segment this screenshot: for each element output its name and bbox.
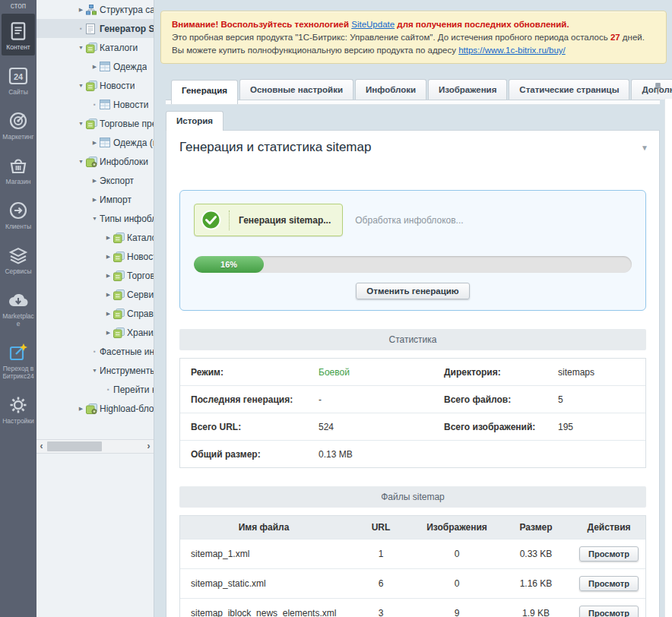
tree-item[interactable]: ▪Генератор Sitemap — [36, 19, 154, 38]
tree-item[interactable]: ▶Структура сайта — [36, 0, 154, 19]
tree-item-label: Структура сайта — [100, 5, 154, 15]
file-value: 1.16 KB — [499, 578, 572, 589]
collapse-arrow-icon[interactable]: ▼ — [641, 144, 648, 152]
tree-item[interactable]: ▶Справочники — [36, 304, 154, 323]
tree-expand-icon[interactable]: ▶ — [103, 235, 113, 241]
tree-item[interactable]: ▼Каталоги — [36, 38, 154, 57]
tree-collapse-icon[interactable]: ▼ — [76, 159, 86, 164]
sidebar-item-7[interactable]: Переход в Битрикс24 — [2, 335, 35, 384]
tree-expand-icon[interactable]: ▶ — [76, 7, 86, 13]
tree-item[interactable]: ▼Типы инфоблоков — [36, 209, 154, 228]
sidebar-item-2[interactable]: Маркетинг — [2, 103, 35, 145]
chevron-left-icon[interactable]: ‹ — [36, 441, 46, 452]
tab-6[interactable]: Дополнительно — [631, 79, 672, 100]
tree-item[interactable]: ▶Импорт — [36, 190, 154, 209]
generation-progress-box: Генерация sitemap... Обработка инфоблоко… — [179, 190, 646, 311]
tab-4[interactable]: Изображения — [428, 79, 507, 100]
tree-expand-icon[interactable]: ▶ — [90, 197, 100, 203]
tab-2[interactable]: Основные настройки — [239, 79, 353, 100]
buy-link[interactable]: https://www.1c-bitrix.ru/buy/ — [458, 46, 566, 55]
tree-item-label: Одежда — [113, 62, 147, 72]
tree-collapse-icon[interactable]: ▼ — [76, 121, 86, 126]
sidebar-item-label: Сайты — [2, 88, 35, 96]
tree-item-label: Типы инфоблоков — [100, 214, 154, 224]
tree-collapse-icon[interactable]: ▼ — [76, 83, 86, 88]
tree-leaf-bullet: ▪ — [103, 386, 113, 393]
tree-item[interactable]: ▶Экспорт — [36, 171, 154, 190]
tree-horizontal-scrollbar[interactable]: ‹ › — [36, 439, 154, 454]
statistics-row: Режим:БоевойДиректория:sitemaps — [180, 359, 645, 385]
tree-item[interactable]: ▼Инфоблоки — [36, 152, 154, 171]
tree-item[interactable]: ▶Сервисы — [36, 285, 154, 304]
cancel-generation-button[interactable]: Отменить генерацию — [356, 283, 469, 299]
tree-item[interactable]: ▼Инструменты — [36, 361, 154, 380]
tree-collapse-icon[interactable]: ▼ — [90, 216, 100, 221]
progress-status-text: Обработка инфоблоков... — [355, 215, 463, 226]
tree-item[interactable]: ▶Каталоги — [36, 228, 154, 247]
bitrix24-icon — [2, 341, 35, 362]
subtab-1[interactable]: История — [166, 111, 223, 131]
stop-button[interactable]: стоп — [0, 0, 36, 14]
tree-item[interactable]: ▼Новости — [36, 76, 154, 95]
tree-expand-icon[interactable]: ▶ — [76, 406, 86, 412]
tree-item-label: Импорт — [100, 195, 132, 205]
sidebar-item-8[interactable]: Настройки — [2, 388, 35, 429]
tree-item-label: Сервисы — [127, 290, 154, 300]
progress-bar: 16% — [194, 256, 632, 273]
sidebar-item-1[interactable]: 24Сайты — [2, 59, 35, 100]
tree-item[interactable]: ▪Новости — [36, 95, 154, 114]
pin-icon[interactable] — [655, 82, 661, 97]
iblock-icon — [113, 252, 127, 262]
view-file-button[interactable]: Просмотр — [579, 546, 639, 562]
tab-3[interactable]: Инфоблоки — [355, 79, 426, 100]
file-row: sitemap_static.xml601.16 KBПросмотр — [180, 568, 645, 598]
icon-sidebar: стоп Контент24СайтыМаркетингМагазинКлиен… — [0, 0, 36, 617]
chevron-right-icon[interactable]: › — [144, 441, 154, 452]
tree-expand-icon[interactable]: ▶ — [90, 140, 100, 146]
sidebar-item-0[interactable]: Контент — [2, 14, 35, 55]
tree-item[interactable]: ▪Перейти к инфоблоку / — [36, 380, 154, 399]
sidebar-item-6[interactable]: Marketplace — [2, 283, 35, 332]
tree-expand-icon[interactable]: ▶ — [90, 178, 100, 184]
stat-value: 195 — [558, 422, 645, 432]
tab-1[interactable]: Генерация — [171, 80, 238, 104]
tree-item[interactable]: ▶Торговые предложения — [36, 266, 154, 285]
clients-icon — [2, 199, 35, 220]
tree-collapse-icon[interactable]: ▼ — [76, 45, 86, 50]
tree-expand-icon[interactable]: ▶ — [90, 64, 100, 70]
stat-label: Общий размер: — [191, 449, 319, 460]
tree-item[interactable]: ▶Новости — [36, 247, 154, 266]
tree-item-label: Фасетные индексы — [100, 346, 154, 357]
view-file-button[interactable]: Просмотр — [579, 606, 639, 617]
tree-leaf-bullet: ▪ — [76, 25, 86, 32]
tree-expand-icon[interactable]: ▶ — [103, 273, 113, 279]
tree-item[interactable]: ▶Highload-блоки — [36, 399, 154, 418]
sidebar-item-5[interactable]: Сервисы — [2, 238, 35, 280]
tree-item[interactable]: ▶Одежда (предложения) — [36, 133, 154, 152]
scrollbar-thumb[interactable] — [47, 441, 102, 451]
services-icon — [2, 244, 35, 265]
tree-item[interactable]: ▶Одежда — [36, 57, 154, 76]
main-tabs: ГенерацияОсновные настройкиИнфоблокиИзоб… — [154, 79, 672, 100]
vertical-scrollbar[interactable] — [664, 99, 672, 617]
tree-item[interactable]: ▪Фасетные индексы — [36, 342, 154, 361]
view-file-button[interactable]: Просмотр — [579, 576, 639, 591]
tree-item[interactable]: ▼Торговые предложения — [36, 114, 154, 133]
iblock-icon — [113, 308, 127, 319]
tree-expand-icon[interactable]: ▶ — [103, 311, 113, 317]
chip-label: Генерация sitemap... — [239, 215, 331, 226]
tab-5[interactable]: Статические страницы — [509, 79, 629, 100]
marketplace-icon — [2, 289, 35, 310]
sidebar-item-3[interactable]: Магазин — [2, 148, 35, 190]
file-value: 6 — [347, 578, 414, 589]
content-icon — [2, 20, 35, 41]
tree-collapse-icon[interactable]: ▼ — [90, 368, 100, 373]
warning-line-2: Это пробная версия продукта "1С-Битрикс:… — [172, 31, 655, 57]
siteupdate-link[interactable]: SiteUpdate — [351, 20, 395, 29]
sidebar-item-4[interactable]: Клиенты — [2, 193, 35, 235]
stat-value: 5 — [558, 394, 645, 405]
tree-expand-icon[interactable]: ▶ — [103, 254, 113, 260]
tree-expand-icon[interactable]: ▶ — [103, 292, 113, 298]
tree-item[interactable]: ▶Хранилище данных — [36, 323, 154, 342]
tree-expand-icon[interactable]: ▶ — [103, 330, 113, 336]
